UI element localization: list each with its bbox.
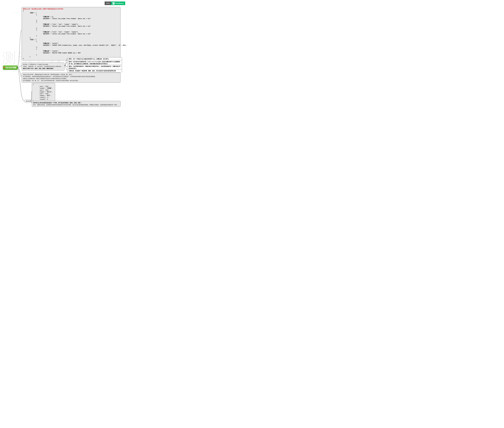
exec-l1: 在执行SQL语句时，将数据库操作分为两大类：查询和其他操作（包括增、删、改等）。: [23, 74, 119, 75]
object-desc-box[interactable]: 其中每一个字典项作为一个待执行SQL对象； 可通过「变量名称」为「执行语句」中的…: [22, 63, 64, 70]
watermark-icon: ▣ MindMaster: [13, 12, 20, 13]
watermark-icon: ▣ MindMaster: [13, 71, 20, 72]
root-node[interactable]: 1 SQL执行策略: [3, 65, 18, 70]
mindmaster-logo-icon: [112, 2, 115, 4]
brand-area: MindMaster: [111, 1, 125, 5]
root-label: SQL执行策略: [5, 66, 16, 69]
json-spec-title: 要求Excel中「前/后置SQL处理」列填写下面特定格式的JSON字符串：: [23, 8, 119, 10]
return-json-body: { "sno": "110", "sname": "王铁锤", "no1": "…: [33, 84, 54, 102]
trial-label: 试用版: [105, 1, 111, 5]
obj-line3: 整体分为两个方向：查询、其他（新增、删除和修改）: [23, 67, 63, 70]
obj-line1: 其中每一个字典项作为一个待执行SQL对象；: [23, 64, 63, 66]
exec-desc-box[interactable]: 在执行SQL语句时，将数据库操作分为两大类：查询和其他操作（包括增、删、改等）。…: [22, 73, 120, 83]
req-2[interactable]: 要求2：执行语句中的查询字段（select xxxx from之间）必须与变量名…: [68, 60, 122, 65]
req-note[interactable]: 另需注意，其他操作一般是新增、删除、修改，所以这里设计返回的是受影响行数: [68, 69, 122, 73]
watermark-icon: ▣ MindMaster: [14, 100, 21, 101]
return-result-node[interactable]: 返回结果: [24, 100, 32, 103]
json-spec-box[interactable]: 要求Excel中「前/后置SQL处理」列填写下面特定格式的JSON字符串： { …: [22, 7, 120, 60]
mindmaster-badge: 试用版 MindMaster: [105, 1, 125, 5]
root-badge: 1: [3, 67, 5, 68]
exec-l3: 如果未上送变量名称，则默认以数据库字段名作为变量名保存到公共变量池。: [23, 78, 119, 80]
ret-l2: 此外，需要注意的是，如果指定的变量名称或数据库字段存在重复，我们会优先使用最新的…: [33, 104, 119, 106]
ret-l1: 将所有SQL语句处理完成后返回一个字典，其中包含所有操作（查询、其他）结果；: [33, 102, 119, 104]
obj-line2: 可通过「变量名称」为「执行语句」中的查询字段自定义变量名称；: [23, 66, 63, 67]
return-json-box[interactable]: { "sno": "110", "sname": "王铁锤", "no1": "…: [32, 83, 55, 103]
exec-l4: 对于其他操作（增、删、改），默认记录受影响的行数，并将其作为操作结果的一部分进行…: [23, 80, 119, 82]
return-result-label: 返回结果: [26, 100, 31, 102]
brand-text: MindMaster: [115, 2, 124, 4]
return-desc-box[interactable]: 将所有SQL语句处理完成后返回一个字典，其中包含所有操作（查询、其他）结果； 此…: [32, 101, 120, 107]
json-spec-body: { "查询": [ { "变量名称": {}, "执行语句": "select …: [23, 10, 119, 59]
exec-l2: 对于查询操作，将查询结果按照指定的变量名称一一对应地保存到公共变量池中，以便后续…: [23, 75, 119, 78]
